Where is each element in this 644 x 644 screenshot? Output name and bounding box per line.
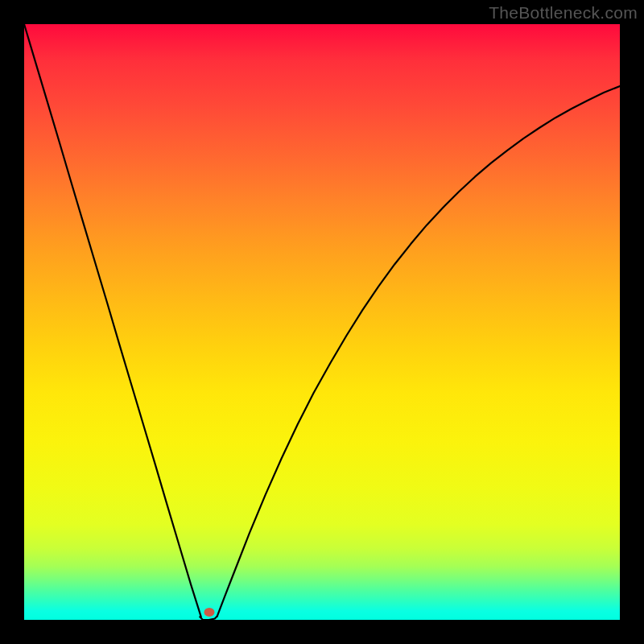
curve-left-branch <box>24 24 201 617</box>
plot-area <box>24 24 620 620</box>
minimum-marker <box>204 608 214 617</box>
curve-group <box>24 24 620 620</box>
watermark-text: TheBottleneck.com <box>489 3 638 23</box>
chart-svg <box>24 24 620 620</box>
chart-frame: TheBottleneck.com <box>0 0 644 644</box>
curve-right-branch <box>217 86 620 617</box>
curve-bottom-bridge <box>200 617 217 620</box>
